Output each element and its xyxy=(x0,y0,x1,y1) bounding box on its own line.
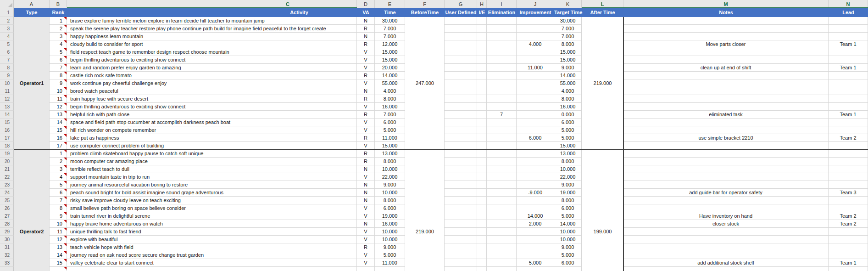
cell-B17-rank[interactable]: 16 xyxy=(50,134,67,142)
cell-B27-rank[interactable]: 9 xyxy=(50,212,67,220)
cell-B21-rank[interactable]: 3 xyxy=(50,165,67,173)
cell-J19-improvement[interactable] xyxy=(517,150,554,158)
row-header-9[interactable]: 9 xyxy=(0,72,14,79)
row-header-4[interactable]: 4 xyxy=(0,33,14,40)
cell-D28-va[interactable]: N xyxy=(357,220,375,228)
row-header-27[interactable]: 27 xyxy=(0,212,14,220)
cell-C17-activity[interactable]: lake put as happiness xyxy=(67,134,357,142)
cell-H21-ie[interactable] xyxy=(477,165,487,173)
cell-G33-user-defined[interactable] xyxy=(445,259,477,267)
cell-C29-activity[interactable]: unique thrilling talk to fast friend xyxy=(67,228,357,236)
row-header-14[interactable]: 14 xyxy=(0,111,14,119)
cell-J3-improvement[interactable] xyxy=(517,25,554,33)
cell-E19-time[interactable]: 13.000 xyxy=(375,150,405,158)
cell-I13-elimination[interactable] xyxy=(487,103,517,111)
cell-M8-notes[interactable]: clean up at end of shift xyxy=(623,64,829,72)
cell-C24-activity[interactable]: peach sound bright for bold assist imagi… xyxy=(67,189,357,197)
cell-I4-elimination[interactable] xyxy=(487,33,517,40)
cell-H31-ie[interactable] xyxy=(477,243,487,251)
cell-G9-user-defined[interactable] xyxy=(445,72,477,79)
cell-M6-notes[interactable] xyxy=(623,48,829,56)
cell-D4-va[interactable]: N xyxy=(357,33,375,40)
cell-M13-notes[interactable] xyxy=(623,103,829,111)
cell-G31-user-defined[interactable] xyxy=(445,243,477,251)
row-header-23[interactable]: 23 xyxy=(0,181,14,189)
cell-B23-rank[interactable]: 5 xyxy=(50,181,67,189)
cell-G17-user-defined[interactable] xyxy=(445,134,477,142)
cell-J15-improvement[interactable] xyxy=(517,119,554,126)
row-header-25[interactable]: 25 xyxy=(0,197,14,204)
cell-G6-user-defined[interactable] xyxy=(445,48,477,56)
sheet-header-elimination[interactable]: Elimination xyxy=(487,8,517,17)
cell-J28-improvement[interactable]: 2.000 xyxy=(517,220,554,228)
cell-I30-elimination[interactable] xyxy=(487,236,517,243)
row-header-2[interactable]: 2 xyxy=(0,17,14,25)
cell-C31-activity[interactable]: teach vehicle hope with field xyxy=(67,243,357,251)
cell-D9-va[interactable]: R xyxy=(357,72,375,79)
cell-E18-time[interactable]: 15.000 xyxy=(375,142,405,150)
cell-C2-activity[interactable]: brave explore funny terrible melon explo… xyxy=(67,17,357,25)
sheet-header-after-time[interactable]: After Time xyxy=(582,8,623,17)
column-header-E[interactable]: E xyxy=(375,0,405,8)
cell-K19-target-time[interactable]: 13.000 xyxy=(554,150,582,158)
cell-D19-va[interactable]: R xyxy=(357,150,375,158)
row-header-1[interactable]: 1 xyxy=(0,8,14,17)
cell-M15-notes[interactable] xyxy=(623,119,829,126)
row-header-30[interactable]: 30 xyxy=(0,236,14,243)
cell-D6-va[interactable]: V xyxy=(357,48,375,56)
cell-D16-va[interactable]: V xyxy=(357,126,375,134)
cell-G32-user-defined[interactable] xyxy=(445,251,477,259)
cell-N14-lead[interactable]: Team 1 xyxy=(829,111,868,119)
cell-B19-rank[interactable]: 1 xyxy=(50,150,67,158)
row-header-5[interactable]: 5 xyxy=(0,40,14,48)
cell-E25-time[interactable]: 8.000 xyxy=(375,197,405,204)
cell-M24-notes[interactable]: add guide bar for operator safety xyxy=(623,189,829,197)
cell-J33-improvement[interactable]: 5.000 xyxy=(517,259,554,267)
cell-E23-time[interactable]: 9.000 xyxy=(375,181,405,189)
cell-I32-elimination[interactable] xyxy=(487,251,517,259)
cell-B7-rank[interactable]: 6 xyxy=(50,56,67,64)
cell-J26-improvement[interactable] xyxy=(517,204,554,212)
cell-I5-elimination[interactable] xyxy=(487,40,517,48)
cell-J24-improvement[interactable]: -9.000 xyxy=(517,189,554,197)
cell-H28-ie[interactable] xyxy=(477,220,487,228)
cell-J10-improvement[interactable] xyxy=(517,79,554,87)
cell-M17-notes[interactable]: use simple bracket 2210 xyxy=(623,134,829,142)
cell-C28-activity[interactable]: happy brave home adventurous on watch xyxy=(67,220,357,228)
row-header-18[interactable]: 18 xyxy=(0,142,14,150)
cell-B33-rank[interactable]: 15 xyxy=(50,259,67,267)
cell-K4-target-time[interactable]: 7.000 xyxy=(554,33,582,40)
cell-M33-notes[interactable]: add additional stock shelf xyxy=(623,259,829,267)
cell-H12-ie[interactable] xyxy=(477,95,487,103)
cell-G13-user-defined[interactable] xyxy=(445,103,477,111)
cell-M30-notes[interactable] xyxy=(623,236,829,243)
cell-H3-ie[interactable] xyxy=(477,25,487,33)
cell-K14-target-time[interactable]: 0.000 xyxy=(554,111,582,119)
cell-D20-va[interactable]: R xyxy=(357,158,375,165)
cell-K26-target-time[interactable]: 6.000 xyxy=(554,204,582,212)
row-header-11[interactable]: 11 xyxy=(0,87,14,95)
cell-H7-ie[interactable] xyxy=(477,56,487,64)
cell-K29-target-time[interactable]: 10.000 xyxy=(554,228,582,236)
cell-H32-ie[interactable] xyxy=(477,251,487,259)
cell-D3-va[interactable]: R xyxy=(357,25,375,33)
cell-I28-elimination[interactable] xyxy=(487,220,517,228)
cell-M10-notes[interactable] xyxy=(623,79,829,87)
cell-C10-activity[interactable]: work continue pay cheerful challenge enj… xyxy=(67,79,357,87)
cell-E26-time[interactable]: 6.000 xyxy=(375,204,405,212)
cell-K7-target-time[interactable]: 15.000 xyxy=(554,56,582,64)
cell-I12-elimination[interactable] xyxy=(487,95,517,103)
cell-M20-notes[interactable] xyxy=(623,158,829,165)
cell-D25-va[interactable]: N xyxy=(357,197,375,204)
cell-J32-improvement[interactable] xyxy=(517,251,554,259)
cell-D32-va[interactable]: V xyxy=(357,251,375,259)
cell-D7-va[interactable]: V xyxy=(357,56,375,64)
cell-N27-lead[interactable]: Team 2 xyxy=(829,212,868,220)
cell-H14-ie[interactable] xyxy=(477,111,487,119)
aftertime-cell-operator2[interactable] xyxy=(582,150,623,267)
cell-B12-rank[interactable]: 11 xyxy=(50,95,67,103)
cell-G25-user-defined[interactable] xyxy=(445,197,477,204)
cell-C16-activity[interactable]: hill rich wonder on compete remember xyxy=(67,126,357,134)
cell-G7-user-defined[interactable] xyxy=(445,56,477,64)
cell-C7-activity[interactable]: begin thrilling adventurous to exciting … xyxy=(67,56,357,64)
